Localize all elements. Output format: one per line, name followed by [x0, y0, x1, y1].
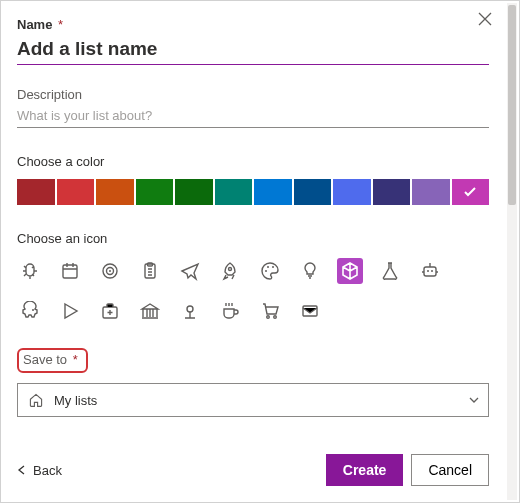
icon-option-clipboard-icon[interactable]: [137, 258, 163, 284]
name-input[interactable]: [17, 32, 489, 65]
color-swatch-dark-blue[interactable]: [294, 179, 332, 205]
icon-option-lightbulb-icon[interactable]: [297, 258, 323, 284]
color-swatch-blue[interactable]: [254, 179, 292, 205]
saveto-required-mark: *: [73, 352, 78, 367]
icon-option-play-icon[interactable]: [57, 298, 83, 324]
description-label: Description: [17, 87, 489, 102]
icon-option-cube-icon[interactable]: [337, 258, 363, 284]
icon-option-firstaid-icon[interactable]: [97, 298, 123, 324]
icon-option-target-icon[interactable]: [97, 258, 123, 284]
choose-color-label: Choose a color: [17, 154, 489, 169]
name-label-text: Name: [17, 17, 52, 32]
color-swatch-navy[interactable]: [373, 179, 411, 205]
color-swatch-purple[interactable]: [412, 179, 450, 205]
icon-option-flask-icon[interactable]: [377, 258, 403, 284]
chevron-down-icon: [468, 394, 480, 406]
icon-option-coffee-icon[interactable]: [217, 298, 243, 324]
icon-option-bank-icon[interactable]: [137, 298, 163, 324]
name-required-mark: *: [58, 17, 63, 32]
cancel-button[interactable]: Cancel: [411, 454, 489, 486]
icon-option-cart-icon[interactable]: [257, 298, 283, 324]
icon-option-piggybank-icon[interactable]: [17, 298, 43, 324]
color-swatch-green[interactable]: [136, 179, 174, 205]
icon-option-location-icon[interactable]: [177, 298, 203, 324]
color-swatch-row: [17, 179, 489, 205]
dialog-frame: Name * Description Choose a color Choose…: [0, 0, 520, 503]
icon-option-rocket-icon[interactable]: [217, 258, 243, 284]
icon-option-airplane-icon[interactable]: [177, 258, 203, 284]
icon-option-robot-icon[interactable]: [417, 258, 443, 284]
back-button[interactable]: Back: [17, 463, 62, 478]
saveto-dropdown[interactable]: My lists: [17, 383, 489, 417]
icon-option-calendar-icon[interactable]: [57, 258, 83, 284]
icon-option-bug-icon[interactable]: [17, 258, 43, 284]
back-label: Back: [33, 463, 62, 478]
description-input[interactable]: [17, 102, 489, 128]
chevron-left-icon: [17, 465, 27, 475]
color-swatch-teal[interactable]: [215, 179, 253, 205]
color-swatch-orange[interactable]: [96, 179, 134, 205]
icon-option-mail-icon[interactable]: [297, 298, 323, 324]
saveto-label-highlight: Save to *: [17, 348, 88, 373]
color-swatch-dark-red[interactable]: [17, 179, 55, 205]
icon-grid: [17, 258, 457, 324]
scrollbar-thumb[interactable]: [508, 5, 516, 205]
color-swatch-red[interactable]: [57, 179, 95, 205]
icon-option-palette-icon[interactable]: [257, 258, 283, 284]
scrollbar-track[interactable]: [507, 3, 517, 500]
color-swatch-indigo[interactable]: [333, 179, 371, 205]
color-swatch-dark-green[interactable]: [175, 179, 213, 205]
saveto-label-text: Save to: [23, 352, 67, 367]
dialog-footer: Back Create Cancel: [17, 454, 489, 486]
create-button[interactable]: Create: [326, 454, 404, 486]
home-icon: [28, 392, 44, 408]
name-label: Name *: [17, 17, 489, 32]
color-swatch-pink[interactable]: [452, 179, 490, 205]
choose-icon-label: Choose an icon: [17, 231, 489, 246]
dialog-body: Name * Description Choose a color Choose…: [1, 1, 505, 502]
saveto-selected-value: My lists: [54, 393, 468, 408]
